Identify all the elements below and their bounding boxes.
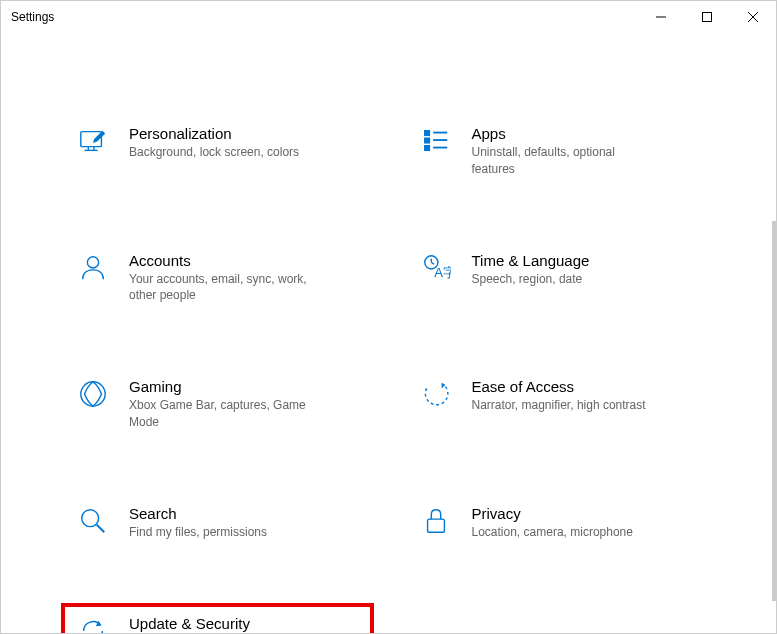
time-language-icon: A字 <box>420 252 452 284</box>
category-text: Apps Uninstall, defaults, optional featu… <box>472 125 652 178</box>
category-text: Ease of Access Narrator, magnifier, high… <box>472 378 646 414</box>
svg-rect-8 <box>424 131 429 136</box>
category-title: Gaming <box>129 378 309 395</box>
category-desc: Background, lock screen, colors <box>129 144 299 161</box>
maximize-icon <box>702 12 712 22</box>
category-text: Update & Security Windows Update, recove… <box>129 615 309 634</box>
accounts-icon <box>77 252 109 284</box>
svg-rect-9 <box>424 138 429 143</box>
window-controls <box>638 1 776 33</box>
category-text: Privacy Location, camera, microphone <box>472 505 633 541</box>
category-desc: Your accounts, email, sync, work, other … <box>129 271 309 305</box>
category-desc: Location, camera, microphone <box>472 524 633 541</box>
svg-rect-22 <box>427 519 444 532</box>
category-title: Accounts <box>129 252 309 269</box>
category-title: Privacy <box>472 505 633 522</box>
category-title: Update & Security <box>129 615 309 632</box>
category-apps[interactable]: Apps Uninstall, defaults, optional featu… <box>404 113 717 190</box>
category-desc: Speech, region, date <box>472 271 590 288</box>
svg-text:A字: A字 <box>434 265 451 280</box>
svg-point-20 <box>82 510 99 527</box>
category-text: Accounts Your accounts, email, sync, wor… <box>129 252 309 305</box>
maximize-button[interactable] <box>684 1 730 33</box>
category-privacy[interactable]: Privacy Location, camera, microphone <box>404 493 717 553</box>
close-button[interactable] <box>730 1 776 33</box>
scrollbar[interactable] <box>772 221 776 601</box>
minimize-button[interactable] <box>638 1 684 33</box>
category-text: Search Find my files, permissions <box>129 505 267 541</box>
category-text: Time & Language Speech, region, date <box>472 252 590 288</box>
category-personalization[interactable]: Personalization Background, lock screen,… <box>61 113 374 190</box>
category-text: Gaming Xbox Game Bar, captures, Game Mod… <box>129 378 309 431</box>
search-icon <box>77 505 109 537</box>
category-desc: Narrator, magnifier, high contrast <box>472 397 646 414</box>
svg-rect-10 <box>424 146 429 151</box>
category-accounts[interactable]: Accounts Your accounts, email, sync, wor… <box>61 240 374 317</box>
privacy-icon <box>420 505 452 537</box>
category-title: Personalization <box>129 125 299 142</box>
ease-of-access-icon <box>420 378 452 410</box>
svg-point-14 <box>87 256 98 267</box>
category-title: Apps <box>472 125 652 142</box>
close-icon <box>748 12 758 22</box>
window-title: Settings <box>11 10 54 24</box>
scrollbar-thumb[interactable] <box>772 221 776 601</box>
svg-rect-1 <box>703 13 712 22</box>
gaming-icon <box>77 378 109 410</box>
minimize-icon <box>656 12 666 22</box>
category-desc: Uninstall, defaults, optional features <box>472 144 652 178</box>
personalization-icon <box>77 125 109 157</box>
category-desc: Xbox Game Bar, captures, Game Mode <box>129 397 309 431</box>
category-title: Ease of Access <box>472 378 646 395</box>
update-security-icon <box>77 615 109 634</box>
category-title: Time & Language <box>472 252 590 269</box>
svg-line-21 <box>97 525 105 533</box>
category-text: Personalization Background, lock screen,… <box>129 125 299 161</box>
titlebar: Settings <box>1 1 776 33</box>
settings-categories-grid: Personalization Background, lock screen,… <box>1 33 776 634</box>
category-search[interactable]: Search Find my files, permissions <box>61 493 374 553</box>
category-update-security[interactable]: Update & Security Windows Update, recove… <box>61 603 374 634</box>
category-ease-of-access[interactable]: Ease of Access Narrator, magnifier, high… <box>404 366 717 443</box>
svg-line-17 <box>431 262 434 264</box>
category-gaming[interactable]: Gaming Xbox Game Bar, captures, Game Mod… <box>61 366 374 443</box>
category-desc: Find my files, permissions <box>129 524 267 541</box>
category-time-language[interactable]: A字 Time & Language Speech, region, date <box>404 240 717 317</box>
category-title: Search <box>129 505 267 522</box>
apps-icon <box>420 125 452 157</box>
